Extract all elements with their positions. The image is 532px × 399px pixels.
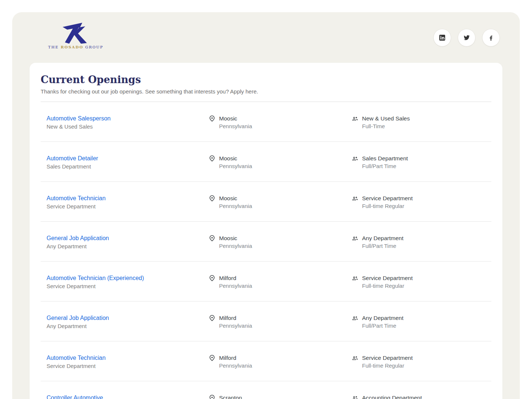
job-city: Milford [219,354,252,362]
linkedin-icon [439,34,446,41]
job-title-column: Controller Automotive Accounting Departm… [47,394,208,399]
job-city: Moosic [219,154,252,162]
rosado-r-logo-icon [59,21,93,44]
job-location-column: Moosic Pennsylvania [208,234,351,250]
linkedin-button[interactable] [433,29,451,47]
location-pin-icon [208,274,216,282]
job-city: Milford [219,274,252,282]
location-pin-icon [208,155,216,162]
job-employment-type: Full-time Regular [362,202,413,210]
job-city: Moosic [219,194,252,202]
job-department-column: Service Department Full-time Regular [351,354,491,370]
job-title-column: Automotive Detailer Sales Department [47,154,208,170]
job-location-text: Moosic Pennsylvania [219,154,252,170]
company-logo-text: THE ROSADO GROUP [48,45,103,49]
job-title-column: Automotive Technician Service Department [47,354,208,370]
job-location-text: Scranton Pennsylvania [219,394,252,399]
job-department-column: New & Used Sales Full-Time [351,115,491,130]
job-employment-type: Full-Time [362,122,410,130]
job-title-link[interactable]: Automotive Salesperson [47,115,110,123]
job-department-text: Service Department Full-time Regular [362,274,413,290]
job-row: Automotive Technician Service Department… [41,341,491,381]
job-department-text: Any Department Full/Part Time [362,314,403,330]
job-department-column: Any Department Full/Part Time [351,234,491,250]
job-title-column: Automotive Technician (Experienced) Serv… [47,274,208,290]
people-icon [351,354,359,362]
job-location-column: Milford Pennsylvania [208,314,351,330]
job-employment-type: Full-time Regular [362,362,413,369]
job-location-text: Moosic Pennsylvania [219,234,252,250]
job-state: Pennsylvania [219,242,252,250]
job-title-link[interactable]: Automotive Technician [47,354,106,362]
job-department: Any Department [362,234,403,242]
job-subtitle: Service Department [47,362,208,370]
openings-card: Current Openings Thanks for checking out… [30,63,502,399]
job-city: Scranton [219,394,252,399]
job-department-text: Service Department Full-time Regular [362,194,413,210]
company-logo-link[interactable]: THE ROSADO GROUP [52,21,100,60]
job-employment-type: Full/Part Time [362,242,403,250]
job-department-column: Service Department Full-time Regular [351,194,491,210]
job-state: Pennsylvania [219,162,252,170]
job-title-column: General Job Application Any Department [47,314,208,330]
people-icon [351,195,359,202]
job-state: Pennsylvania [219,282,252,290]
job-department-text: New & Used Sales Full-Time [362,115,410,130]
job-state: Pennsylvania [219,322,252,330]
location-pin-icon [208,235,216,242]
job-location-column: Moosic Pennsylvania [208,154,351,170]
job-title-link[interactable]: Automotive Detailer [47,154,98,163]
job-subtitle: Any Department [47,322,208,330]
job-title-link[interactable]: General Job Application [47,234,109,242]
job-title-link[interactable]: General Job Application [47,314,109,322]
people-icon [351,394,359,399]
social-links [433,29,500,47]
job-department: New & Used Sales [362,115,410,122]
job-title-link[interactable]: Automotive Technician (Experienced) [47,274,144,282]
twitter-button[interactable] [458,29,475,47]
job-city: Moosic [219,115,252,122]
facebook-icon [487,34,495,41]
job-department: Accounting Department [362,394,422,399]
job-department: Service Department [362,194,413,202]
job-title-link[interactable]: Controller Automotive [47,394,103,399]
page-title: Current Openings [41,74,491,86]
job-location-column: Moosic Pennsylvania [208,194,351,210]
job-row: Automotive Detailer Sales Department Moo… [41,142,491,182]
people-icon [351,115,359,122]
people-icon [351,235,359,242]
job-city: Milford [219,314,252,322]
job-row: Controller Automotive Accounting Departm… [41,381,491,399]
job-location-text: Moosic Pennsylvania [219,115,252,130]
job-employment-type: Full/Part Time [362,162,408,170]
job-location-text: Milford Pennsylvania [219,274,252,290]
logo-word-group: GROUP [83,45,103,49]
job-row: General Job Application Any Department M… [41,222,491,262]
job-location-text: Milford Pennsylvania [219,314,252,330]
job-department-column: Any Department Full/Part Time [351,314,491,330]
job-department: Sales Department [362,154,408,162]
location-pin-icon [208,115,216,122]
job-location-column: Milford Pennsylvania [208,274,351,290]
job-title-column: Automotive Technician Service Department [47,194,208,210]
job-title-link[interactable]: Automotive Technician [47,194,106,202]
people-icon [351,155,359,162]
job-state: Pennsylvania [219,122,252,130]
job-department-text: Accounting Department Full-time Regular [362,394,422,399]
job-location-column: Milford Pennsylvania [208,354,351,370]
job-department-column: Service Department Full-time Regular [351,274,491,290]
job-row: General Job Application Any Department M… [41,301,491,341]
site-header: THE ROSADO GROUP [12,12,520,64]
job-department: Service Department [362,354,413,362]
job-location-column: Scranton Pennsylvania [208,394,351,399]
location-pin-icon [208,354,216,362]
facebook-button[interactable] [482,29,500,47]
job-department: Service Department [362,274,413,282]
job-department: Any Department [362,314,403,322]
logo-word-the: THE [48,45,61,49]
job-row: Automotive Technician Service Department… [41,182,491,222]
job-subtitle: Sales Department [47,163,208,170]
job-row: Automotive Salesperson New & Used Sales … [41,102,491,142]
job-city: Moosic [219,234,252,242]
page-subtitle: Thanks for checking out our job openings… [41,88,491,95]
